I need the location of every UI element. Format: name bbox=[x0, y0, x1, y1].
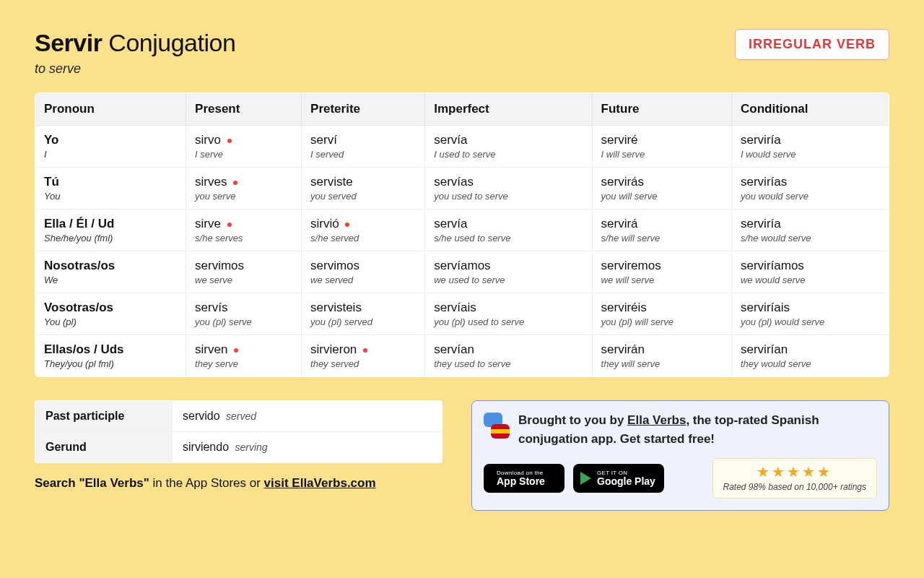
conjugation-table: PronounPresentPreteriteImperfectFutureCo… bbox=[35, 92, 889, 377]
participle-table: Past participleservido servedGerundsirvi… bbox=[35, 400, 443, 463]
search-mid: in the App Stores or bbox=[149, 476, 264, 490]
table-row: Vosotras/osYou (pl)servís you (pl) serve… bbox=[35, 293, 889, 335]
conjugation-cell: servirían they would serve bbox=[731, 335, 889, 377]
title-block: Servir Conjugation to serve bbox=[35, 29, 235, 77]
conjugation-cell: servirá s/he will serve bbox=[592, 210, 731, 251]
conjugation-cell: serviríamos we would serve bbox=[731, 251, 889, 293]
irregular-dot-icon bbox=[234, 348, 238, 353]
conjugation-cell: serviréis you (pl) will serve bbox=[592, 293, 731, 335]
conjugation-cell: sirvo I serve bbox=[186, 126, 302, 168]
conjugation-cell: servimos we served bbox=[302, 251, 425, 293]
title-meaning: to serve bbox=[35, 61, 235, 77]
title-suffix: Conjugation bbox=[108, 29, 235, 56]
ella-verbs-link[interactable]: Ella Verbs bbox=[627, 413, 686, 427]
conjugation-cell: sirve s/he serves bbox=[186, 210, 302, 251]
participle-row: Gerundsirviendo serving bbox=[35, 432, 443, 463]
pronoun-cell: Ella / Él / UdShe/he/you (fml) bbox=[35, 210, 186, 251]
conjugation-cell: sirvió s/he served bbox=[302, 210, 425, 251]
participle-row: Past participleservido served bbox=[35, 401, 443, 432]
pronoun-cell: YoI bbox=[35, 126, 186, 168]
column-header: Preterite bbox=[302, 93, 425, 126]
participle-label: Past participle bbox=[35, 401, 173, 432]
conjugation-cell: servimos we serve bbox=[186, 251, 302, 293]
conjugation-cell: sirves you serve bbox=[186, 168, 302, 210]
column-header: Pronoun bbox=[35, 93, 186, 126]
participle-value: servido served bbox=[173, 401, 443, 432]
table-row: Ellas/os / UdsThey/you (pl fml)sirven th… bbox=[35, 335, 889, 377]
conjugation-cell: serviré I will serve bbox=[592, 126, 731, 168]
table-row: YoIsirvo I serveserví I servedservía I u… bbox=[35, 126, 889, 168]
pronoun-cell: Ellas/os / UdsThey/you (pl fml) bbox=[35, 335, 186, 377]
conjugation-cell: serviría s/he would serve bbox=[731, 210, 889, 251]
conjugation-cell: sirvieron they served bbox=[302, 335, 425, 377]
conjugation-cell: serviste you served bbox=[302, 168, 425, 210]
irregular-dot-icon bbox=[345, 223, 349, 227]
page-title: Servir Conjugation bbox=[35, 29, 235, 57]
promo-text: Brought to you by Ella Verbs, the top-ra… bbox=[518, 411, 877, 448]
conjugation-cell: sirven they serve bbox=[186, 335, 302, 377]
conjugation-cell: servirán they will serve bbox=[592, 335, 731, 377]
conjugation-cell: servís you (pl) serve bbox=[186, 293, 302, 335]
conjugation-cell: servíais you (pl) used to serve bbox=[425, 293, 592, 335]
pronoun-cell: TúYou bbox=[35, 168, 186, 210]
promo-box: Brought to you by Ella Verbs, the top-ra… bbox=[471, 400, 889, 511]
irregular-dot-icon bbox=[363, 348, 367, 353]
rating-subtext: Rated 98% based on 10,000+ ratings bbox=[723, 482, 866, 492]
star-icons: ★★★★★ bbox=[723, 463, 866, 480]
search-line: Search "Ella Verbs" in the App Stores or… bbox=[35, 476, 443, 491]
irregular-dot-icon bbox=[227, 139, 232, 143]
conjugation-cell: serviríais you (pl) would serve bbox=[731, 293, 889, 335]
google-play-icon bbox=[580, 472, 591, 485]
table-row: Ella / Él / UdShe/he/you (fml)sirve s/he… bbox=[35, 210, 889, 251]
promo-icon bbox=[484, 413, 510, 439]
participle-label: Gerund bbox=[35, 432, 173, 463]
irregular-dot-icon bbox=[227, 223, 232, 227]
column-header: Imperfect bbox=[425, 93, 592, 126]
table-row: TúYousirves you serveserviste you served… bbox=[35, 168, 889, 210]
pronoun-cell: Nosotras/osWe bbox=[35, 251, 186, 293]
conjugation-cell: serviremos we will serve bbox=[592, 251, 731, 293]
rating-box: ★★★★★ Rated 98% based on 10,000+ ratings bbox=[712, 458, 877, 499]
conjugation-cell: servía I used to serve bbox=[425, 126, 592, 168]
conjugation-cell: servíamos we used to serve bbox=[425, 251, 592, 293]
irregular-dot-icon bbox=[233, 181, 237, 185]
conjugation-cell: servisteis you (pl) served bbox=[302, 293, 425, 335]
conjugation-cell: servirías you would serve bbox=[731, 168, 889, 210]
search-prefix: Search "Ella Verbs" bbox=[35, 476, 149, 490]
column-header: Present bbox=[186, 93, 302, 126]
app-store-button[interactable]: Download on the App Store bbox=[484, 464, 565, 493]
visit-link[interactable]: visit EllaVerbs.com bbox=[264, 476, 376, 490]
conjugation-cell: serví I served bbox=[302, 126, 425, 168]
google-play-button[interactable]: GET IT ON Google Play bbox=[573, 464, 664, 493]
title-verb: Servir bbox=[35, 29, 102, 56]
conjugation-cell: servirás you will serve bbox=[592, 168, 731, 210]
conjugation-cell: servías you used to serve bbox=[425, 168, 592, 210]
pronoun-cell: Vosotras/osYou (pl) bbox=[35, 293, 186, 335]
column-header: Conditional bbox=[731, 93, 889, 126]
conjugation-cell: servía s/he used to serve bbox=[425, 210, 592, 251]
participle-value: sirviendo serving bbox=[173, 432, 443, 463]
conjugation-cell: servían they used to serve bbox=[425, 335, 592, 377]
table-row: Nosotras/osWeservimos we serveservimos w… bbox=[35, 251, 889, 293]
irregular-badge: IRREGULAR VERB bbox=[735, 29, 889, 60]
conjugation-cell: serviría I would serve bbox=[731, 126, 889, 168]
column-header: Future bbox=[592, 93, 731, 126]
